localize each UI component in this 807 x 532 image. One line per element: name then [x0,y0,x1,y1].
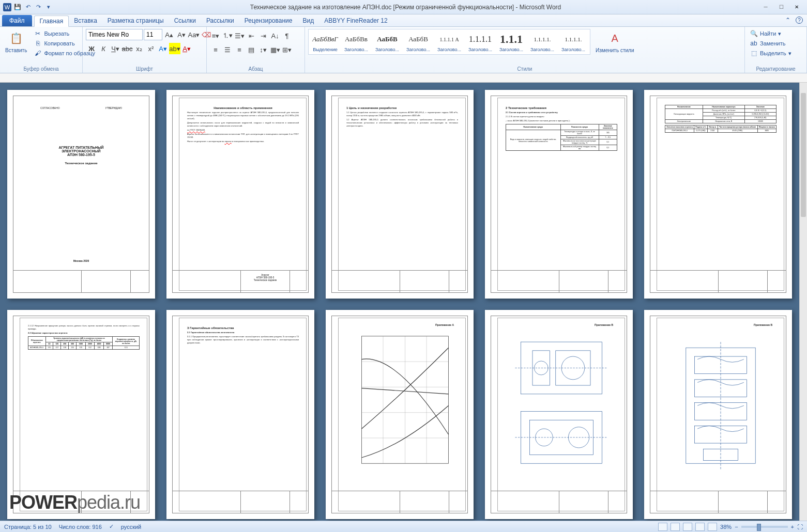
page-3[interactable]: 1 Цель и назначение разработки 1.1 Целью… [326,90,474,299]
align-left-icon[interactable]: ≡ [210,44,221,55]
sort-icon[interactable]: A↓ [269,30,281,41]
style-heading8[interactable]: 1.1.1.1.Заголово... [558,30,589,53]
view-print-layout[interactable] [658,523,667,531]
style-heading3[interactable]: АаБбВЗаголово... [403,30,434,53]
zoom-slider[interactable] [741,526,788,528]
status-page[interactable]: Страница: 5 из 10 [4,524,52,530]
font-size-select[interactable] [144,29,162,40]
maximize-button[interactable]: ☐ [774,2,788,12]
ribbon-tabs: Файл Главная Вставка Разметка страницы С… [0,14,807,27]
group-styles: АаБбВвГВыделение АаБбВвЗаголово... АаБбВ… [305,27,745,73]
bullets-icon[interactable]: ≡▾ [210,30,221,41]
change-case-icon[interactable]: Aa▾ [188,29,200,40]
view-web-layout[interactable] [683,523,692,531]
minimize-button[interactable]: ─ [758,2,773,12]
replace-icon: ab [750,39,758,48]
replace-button[interactable]: abЗаменить [748,39,793,48]
multilevel-icon[interactable]: ☰▾ [234,30,245,41]
page-2[interactable]: Наименование и область применения Настоя… [166,90,314,299]
scrollbar-thumb[interactable] [801,93,806,217]
page-10[interactable]: Приложение В [644,310,792,519]
page-7[interactable]: 3 Гарантийные обязательства 3.1 Гарантий… [166,310,314,519]
vertical-scrollbar[interactable] [799,83,807,521]
qat-dropdown-icon[interactable]: ▾ [44,3,53,11]
close-button[interactable]: ✕ [789,2,804,12]
italic-icon[interactable]: К [98,43,109,54]
grow-font-icon[interactable]: A▴ [163,29,175,40]
save-icon[interactable]: 💾 [13,3,22,11]
subscript-icon[interactable]: x₂ [133,43,145,54]
watermark: POWERpedia.ru [9,492,140,513]
line-spacing-icon[interactable]: ↕▾ [257,44,269,55]
shrink-font-icon[interactable]: A▾ [176,29,187,40]
bold-icon[interactable]: Ж [86,43,97,54]
align-right-icon[interactable]: ≡ [234,44,245,55]
highlight-icon[interactable]: ab▾ [169,43,180,54]
ribbon-minimize-icon[interactable]: ⌃ [785,17,790,24]
decrease-indent-icon[interactable]: ⇤ [246,30,257,41]
status-zoom[interactable]: 38% [720,524,732,530]
font-name-select[interactable] [86,29,143,40]
view-outline[interactable] [695,523,705,531]
page-4[interactable]: 2 Технические требования 2.1 Состав агре… [485,90,633,299]
page-8[interactable]: Приложение А [326,310,474,519]
shading-icon[interactable]: ▦▾ [269,44,281,55]
style-heading7[interactable]: 1.1.1.1.Заголово... [527,30,558,53]
document-area[interactable]: СОГЛАСОВАНО УТВЕРЖДАЮ АГРЕГАТ ПИТАТЕЛЬНЫ… [0,83,799,521]
style-heading4[interactable]: 1.1.1.1 АЗаголово... [434,30,465,53]
page-5[interactable]: НаименованиеНаименование параметраЗначен… [644,90,792,299]
window-title: Техническое задание на изготовление АПЭН… [53,4,758,11]
view-draft[interactable] [708,523,717,531]
page-1[interactable]: СОГЛАСОВАНО УТВЕРЖДАЮ АГРЕГАТ ПИТАТЕЛЬНЫ… [7,90,155,299]
tab-references[interactable]: Ссылки [169,15,201,26]
status-words[interactable]: Число слов: 916 [59,524,102,530]
increase-indent-icon[interactable]: ⇥ [257,30,269,41]
style-heading2[interactable]: АаБбВЗаголово... [372,30,403,53]
help-icon[interactable]: ? [796,17,803,24]
zoom-in-icon[interactable]: + [791,524,794,530]
view-full-screen[interactable] [671,523,680,531]
tab-abbyy[interactable]: ABBYY FineReader 12 [319,15,393,26]
redo-icon[interactable]: ↷ [34,3,42,11]
zoom-out-icon[interactable]: − [735,524,738,530]
change-styles-button[interactable]: A Изменить стили [593,29,636,54]
fullscreen-icon[interactable]: ⛶ [797,524,803,530]
align-center-icon[interactable]: ☰ [222,44,233,55]
group-clipboard: 📋 Вставить ✂Вырезать ⎘Копировать 🖌Формат… [0,27,83,73]
tab-view[interactable]: Вид [297,15,319,26]
show-marks-icon[interactable]: ¶ [281,30,293,41]
change-styles-icon: A [606,30,623,46]
status-language[interactable]: русский [121,524,141,530]
ribbon: 📋 Вставить ✂Вырезать ⎘Копировать 🖌Формат… [0,27,807,73]
page-6[interactable]: 2.1.12 Направление вращения ротора насос… [7,310,155,519]
justify-icon[interactable]: ▤ [246,44,257,55]
page-9[interactable]: Приложение Б [485,310,633,519]
style-emphasis[interactable]: АаБбВвГВыделение [310,30,341,53]
style-heading5[interactable]: 1.1.1.1Заголово... [465,30,496,53]
paste-icon: 📋 [8,30,24,46]
strike-icon[interactable]: abc [121,43,133,54]
style-heading6[interactable]: 1.1.1Заголово... [496,30,527,53]
paste-button[interactable]: 📋 Вставить [3,29,29,54]
styles-gallery[interactable]: АаБбВвГВыделение АаБбВвЗаголово... АаБбВ… [308,29,590,55]
style-heading1[interactable]: АаБбВвЗаголово... [341,30,372,53]
tab-mailings[interactable]: Рассылки [201,15,239,26]
underline-icon[interactable]: Ч▾ [110,43,121,54]
quick-access-toolbar: W 💾 ↶ ↷ ▾ [3,3,53,11]
file-tab[interactable]: Файл [2,15,32,26]
tab-home[interactable]: Главная [34,15,69,27]
window-controls: ─ ☐ ✕ [758,2,804,12]
group-paragraph: ≡▾ ⒈▾ ☰▾ ⇤ ⇥ A↓ ¶ ≡ ☰ ≡ ▤ ↕▾ ▦▾ ⊞▾ Абзац [207,27,305,73]
text-effects-icon[interactable]: A▾ [157,43,169,54]
proofing-icon[interactable]: ✓ [109,523,114,530]
tab-review[interactable]: Рецензирование [239,15,298,26]
select-button[interactable]: ⬚Выделить▾ [748,49,793,58]
numbering-icon[interactable]: ⒈▾ [222,30,233,41]
superscript-icon[interactable]: x² [145,43,157,54]
tab-insert[interactable]: Вставка [69,15,102,26]
undo-icon[interactable]: ↶ [24,3,32,11]
find-button[interactable]: 🔍Найти▾ [748,29,793,38]
tab-page-layout[interactable]: Разметка страницы [102,15,169,26]
borders-icon[interactable]: ⊞▾ [281,44,293,55]
font-color-icon[interactable]: A▾ [181,43,192,54]
